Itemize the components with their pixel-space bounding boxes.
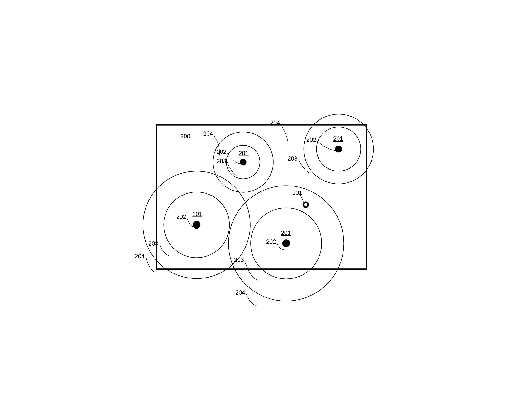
leader-203-tr <box>298 160 309 173</box>
label-203-tr: 203 <box>288 155 297 162</box>
leader-204-tc2 <box>281 125 288 141</box>
label-201-tr: 201 <box>333 135 343 142</box>
label-200: 200 <box>180 133 190 140</box>
leader-203-tc <box>227 163 237 176</box>
technical-diagram: 200 201 201 201 201 204 204 202 203 202 … <box>131 107 392 313</box>
label-202-br: 202 <box>266 238 276 245</box>
label-201-tc: 201 <box>239 150 248 156</box>
label-204-br: 204 <box>235 289 245 296</box>
label-203-br: 203 <box>234 256 244 263</box>
label-204-tc2: 204 <box>270 119 280 126</box>
leader-203-br <box>245 261 257 280</box>
label-202-bl: 202 <box>176 213 186 220</box>
label-201-br: 201 <box>281 230 291 236</box>
center-dot <box>335 146 342 152</box>
leader-204-br <box>246 294 255 305</box>
frame-rect <box>156 125 367 269</box>
label-204-tc: 204 <box>203 130 213 137</box>
center-dot <box>240 159 246 165</box>
label-203-tc: 203 <box>217 158 226 165</box>
leader-204-bl <box>146 257 154 272</box>
label-101: 101 <box>292 189 302 196</box>
label-204-bl: 204 <box>135 253 145 260</box>
marker-101 <box>303 202 308 207</box>
center-dot <box>193 221 201 229</box>
leader-202-tr <box>317 141 336 150</box>
label-202-tr: 202 <box>306 136 316 143</box>
leader-203-bl <box>160 245 169 255</box>
center-dot <box>282 239 290 247</box>
label-202-tc: 202 <box>217 148 226 155</box>
label-201-bl: 201 <box>192 211 202 217</box>
label-203-bl: 203 <box>148 240 158 247</box>
